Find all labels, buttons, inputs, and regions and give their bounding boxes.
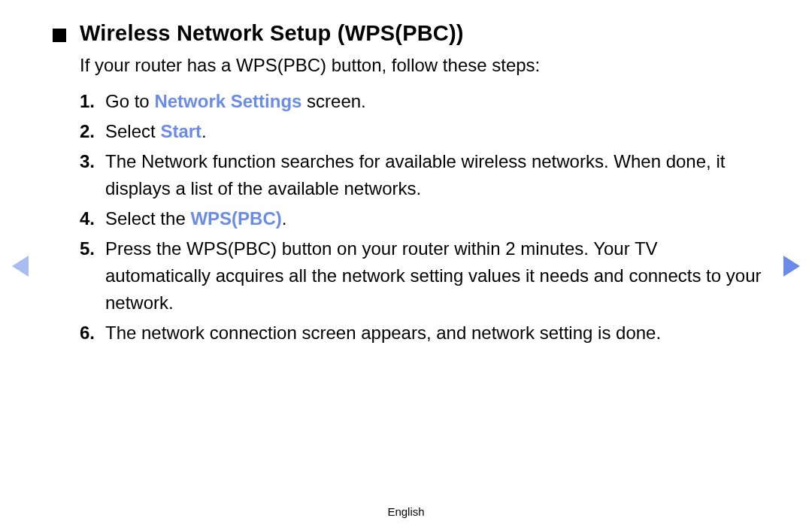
square-bullet-icon [53,29,66,42]
highlight-wpspbc: WPS(PBC) [190,208,281,229]
step-text: . [282,208,287,229]
step-text: Select the [105,208,190,229]
step-body: Select the WPS(PBC). [105,205,767,232]
step-text: Press the WPS(PBC) button on your router… [105,238,761,313]
step-number: 5. [80,235,105,316]
intro-text: If your router has a WPS(PBC) button, fo… [80,53,767,77]
step-text: The Network function searches for availa… [105,151,725,198]
step-body: Go to Network Settings screen. [105,88,767,115]
page-content: Wireless Network Setup (WPS(PBC)) If you… [0,0,812,347]
footer-language: English [0,505,812,518]
step-1: 1. Go to Network Settings screen. [80,88,767,115]
heading-row: Wireless Network Setup (WPS(PBC)) [53,21,767,46]
step-3: 3. The Network function searches for ava… [80,148,767,202]
step-number: 4. [80,205,105,232]
step-text: screen. [301,91,365,111]
step-number: 2. [80,118,105,145]
steps-list: 1. Go to Network Settings screen. 2. Sel… [80,88,767,347]
prev-page-arrow-icon[interactable] [12,256,29,277]
step-text: Go to [105,91,154,111]
step-body: Select Start. [105,118,767,145]
step-2: 2. Select Start. [80,118,767,145]
page-title: Wireless Network Setup (WPS(PBC)) [80,21,464,46]
next-page-arrow-icon[interactable] [783,256,800,277]
step-body: The network connection screen appears, a… [105,320,767,347]
step-5: 5. Press the WPS(PBC) button on your rou… [80,235,767,316]
step-6: 6. The network connection screen appears… [80,320,767,347]
highlight-start: Start [160,121,201,141]
step-body: Press the WPS(PBC) button on your router… [105,235,767,316]
step-number: 1. [80,88,105,115]
step-4: 4. Select the WPS(PBC). [80,205,767,232]
step-text: . [201,121,207,141]
step-number: 6. [80,320,105,347]
step-text: Select [105,121,160,141]
step-text: The network connection screen appears, a… [105,323,661,343]
highlight-network-settings: Network Settings [154,91,301,111]
step-body: The Network function searches for availa… [105,148,767,202]
step-number: 3. [80,148,105,202]
